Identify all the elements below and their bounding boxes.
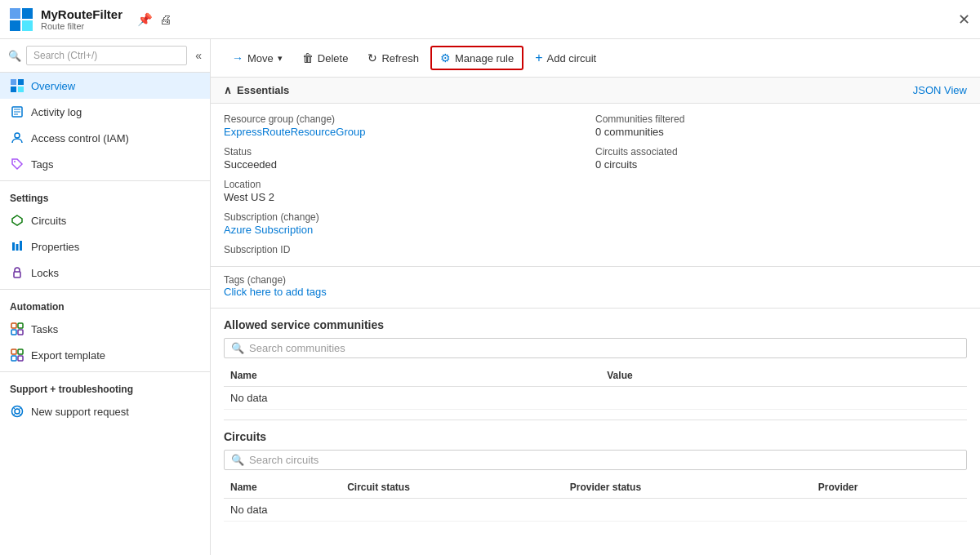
svg-rect-6 — [11, 87, 16, 92]
tags-icon — [10, 157, 24, 171]
essentials-subscription: Subscription (change) Azure Subscription — [224, 211, 595, 236]
svg-line-31 — [14, 413, 16, 415]
subscription-change-link[interactable]: (change) — [280, 211, 318, 223]
allowed-communities-title: Allowed service communities — [224, 318, 967, 331]
sidebar-section-automation: Automation — [0, 293, 210, 316]
delete-icon: 🗑 — [302, 51, 314, 64]
svg-rect-24 — [18, 349, 23, 354]
title-bar-text: MyRouteFilter Route filter — [41, 7, 122, 31]
essentials-circuits-assoc-value: 0 circuits — [595, 158, 967, 171]
tasks-icon — [10, 322, 24, 336]
add-circuit-label: Add circuit — [547, 52, 597, 64]
iam-icon — [10, 131, 24, 145]
move-dropdown-icon: ▾ — [278, 53, 283, 64]
sidebar-item-locks[interactable]: Locks — [0, 260, 210, 286]
sidebar-item-access-control[interactable]: Access control (IAM) — [0, 125, 210, 151]
properties-icon — [10, 239, 24, 254]
svg-line-30 — [19, 413, 20, 415]
svg-rect-0 — [10, 8, 20, 19]
toolbar: → Move ▾ 🗑 Delete ↻ Refresh ⚙ Manage rul… — [211, 39, 980, 78]
sidebar-item-overview-label: Overview — [31, 80, 75, 92]
json-view-link[interactable]: JSON View — [913, 84, 967, 96]
circuits-no-data-row: No data — [224, 499, 967, 522]
sidebar-item-locks-label: Locks — [31, 267, 59, 279]
sidebar-item-activity-log-label: Activity log — [31, 106, 82, 118]
communities-search-bar[interactable]: 🔍 — [224, 338, 967, 358]
move-button[interactable]: → Move ▾ — [224, 47, 291, 69]
resource-group-change-link[interactable]: (change) — [296, 113, 335, 125]
essentials-status: Status Succeeded — [224, 146, 595, 171]
svg-line-29 — [19, 408, 20, 410]
sidebar-divider-support — [0, 371, 210, 372]
sidebar-item-new-support[interactable]: New support request — [0, 398, 210, 424]
sidebar: 🔍 « Overview Activity log — [0, 39, 211, 555]
svg-rect-2 — [10, 20, 20, 31]
print-icon[interactable]: 🖨 — [159, 12, 172, 26]
svg-rect-16 — [16, 244, 19, 251]
circuits-col-provider-status: Provider status — [564, 477, 812, 499]
sidebar-item-tags-label: Tags — [31, 158, 53, 171]
svg-point-13 — [14, 161, 16, 162]
delete-button[interactable]: 🗑 Delete — [294, 47, 357, 69]
content-area: → Move ▾ 🗑 Delete ↻ Refresh ⚙ Manage rul… — [211, 39, 980, 555]
add-circuit-button[interactable]: + Add circuit — [527, 47, 604, 69]
sidebar-item-properties-label: Properties — [31, 241, 79, 253]
communities-search-icon: 🔍 — [231, 342, 244, 354]
locks-icon — [10, 265, 24, 280]
sidebar-item-new-support-label: New support request — [31, 406, 129, 418]
circuits-search-bar[interactable]: 🔍 — [224, 450, 967, 470]
svg-rect-20 — [18, 323, 23, 328]
sidebar-item-export-template[interactable]: Export template — [0, 342, 210, 368]
communities-search-input[interactable] — [249, 342, 960, 354]
sidebar-item-activity-log[interactable]: Activity log — [0, 99, 210, 125]
allowed-communities-section: Allowed service communities 🔍 Name Value… — [211, 309, 980, 420]
svg-rect-19 — [11, 323, 16, 328]
manage-rule-button[interactable]: ⚙ Manage rule — [430, 46, 523, 70]
tags-add-link[interactable]: Click here to add tags — [224, 286, 327, 298]
svg-rect-15 — [12, 242, 15, 251]
svg-rect-5 — [18, 79, 24, 85]
subscription-value[interactable]: Azure Subscription — [224, 224, 313, 236]
communities-no-data: No data — [224, 387, 967, 410]
activity-log-icon — [10, 104, 24, 119]
sidebar-item-tasks-label: Tasks — [31, 323, 58, 335]
search-icon: 🔍 — [8, 50, 21, 62]
pin-icon[interactable]: 📌 — [137, 12, 153, 27]
communities-table: Name Value No data — [224, 365, 967, 410]
circuits-search-icon: 🔍 — [231, 454, 244, 466]
resource-title: MyRouteFilter — [41, 7, 122, 21]
circuits-search-input[interactable] — [249, 454, 960, 466]
move-label: Move — [247, 52, 274, 64]
manage-rule-label: Manage rule — [455, 52, 514, 64]
svg-rect-22 — [18, 330, 23, 335]
sidebar-item-tasks[interactable]: Tasks — [0, 316, 210, 342]
title-bar: MyRouteFilter Route filter 📌 🖨 ✕ — [0, 0, 980, 39]
tags-row: Tags (change) Click here to add tags — [211, 267, 980, 309]
tags-change-link[interactable]: (change) — [247, 274, 286, 286]
refresh-button[interactable]: ↻ Refresh — [359, 47, 427, 69]
sidebar-item-properties[interactable]: Properties — [0, 233, 210, 260]
title-bar-action-icons: 📌 🖨 — [137, 12, 172, 27]
close-button[interactable]: ✕ — [958, 11, 970, 29]
essentials-header: ∧ Essentials JSON View — [211, 78, 980, 104]
svg-rect-26 — [18, 356, 23, 361]
sidebar-collapse-button[interactable]: « — [195, 49, 202, 62]
communities-no-data-row: No data — [224, 387, 967, 410]
essentials-subscription-id: Subscription ID — [224, 244, 595, 256]
sidebar-search-area: 🔍 « — [0, 39, 210, 73]
svg-line-32 — [14, 408, 16, 410]
resource-group-value[interactable]: ExpressRouteResourceGroup — [224, 126, 365, 138]
sidebar-item-overview[interactable]: Overview — [0, 73, 210, 99]
search-input[interactable] — [26, 46, 187, 65]
circuits-no-data: No data — [224, 499, 967, 522]
essentials-communities-filtered: Communities filtered 0 communities — [595, 113, 967, 138]
refresh-icon: ↻ — [368, 51, 377, 64]
sidebar-item-iam-label: Access control (IAM) — [31, 132, 129, 144]
manage-rule-icon: ⚙ — [440, 51, 451, 64]
essentials-chevron[interactable]: ∧ — [224, 84, 232, 96]
svg-rect-17 — [20, 241, 22, 251]
sidebar-item-tags[interactable]: Tags — [0, 151, 210, 177]
sidebar-item-export-template-label: Export template — [31, 349, 105, 362]
essentials-circuits-associated: Circuits associated 0 circuits — [595, 146, 967, 171]
sidebar-item-circuits[interactable]: Circuits — [0, 207, 210, 233]
